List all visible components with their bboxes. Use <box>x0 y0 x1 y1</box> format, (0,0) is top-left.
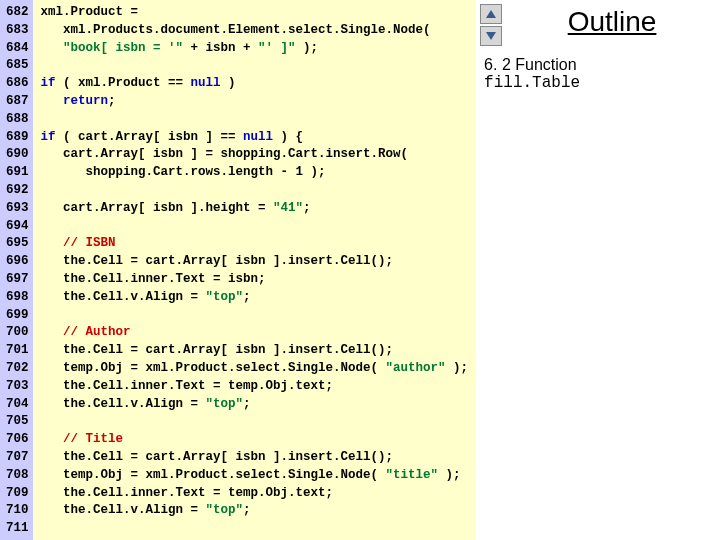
code-line: if ( cart.Array[ isbn ] == null ) { <box>41 129 469 147</box>
line-number: 695 <box>6 235 29 253</box>
code-line: the.Cell = cart.Array[ isbn ].insert.Cel… <box>41 342 469 360</box>
line-number: 710 <box>6 502 29 520</box>
code-line: cart.Array[ isbn ] = shopping.Cart.inser… <box>41 146 469 164</box>
code-token: the.Cell.inner.Text = temp.Obj.text; <box>41 379 334 393</box>
code-line: the.Cell.inner.Text = isbn; <box>41 271 469 289</box>
line-number: 698 <box>6 289 29 307</box>
code-token: "top" <box>206 397 244 411</box>
line-number: 692 <box>6 182 29 200</box>
arrow-up-icon <box>485 9 497 19</box>
line-number: 700 <box>6 324 29 342</box>
line-number: 708 <box>6 467 29 485</box>
code-token: ; <box>243 503 251 517</box>
code-token: ) { <box>273 130 303 144</box>
code-line: // Author <box>41 324 469 342</box>
code-token: "author" <box>386 361 446 375</box>
code-token: ( xml.Product == <box>56 76 191 90</box>
code-token: the.Cell.v.Align = <box>41 397 206 411</box>
code-line: shopping.Cart.rows.length - 1 ); <box>41 164 469 182</box>
code-line: the.Cell = cart.Array[ isbn ].insert.Cel… <box>41 449 469 467</box>
line-number: 704 <box>6 396 29 414</box>
code-token: the.Cell.v.Align = <box>41 503 206 517</box>
code-token: ; <box>243 397 251 411</box>
line-number: 690 <box>6 146 29 164</box>
code-token: cart.Array[ isbn ] = shopping.Cart.inser… <box>41 147 409 161</box>
code-token: temp.Obj = xml.Product.select.Single.Nod… <box>41 361 386 375</box>
code-line <box>41 520 469 538</box>
line-number-gutter: 6826836846856866876886896906916926936946… <box>0 0 33 540</box>
code-token: ); <box>438 468 461 482</box>
line-number: 682 <box>6 4 29 22</box>
code-line: // ISBN <box>41 235 469 253</box>
nav-arrows <box>480 4 502 46</box>
code-line: xml.Product = <box>41 4 469 22</box>
line-number: 701 <box>6 342 29 360</box>
code-line <box>41 218 469 236</box>
code-token: return <box>63 94 108 108</box>
line-number: 709 <box>6 485 29 503</box>
code-token: "book[ isbn = '" <box>63 41 183 55</box>
code-token <box>41 94 64 108</box>
code-token: the.Cell.v.Align = <box>41 290 206 304</box>
svg-marker-0 <box>486 10 496 18</box>
code-line: the.Cell.v.Align = "top"; <box>41 502 469 520</box>
arrow-down-icon <box>485 31 497 41</box>
line-number: 699 <box>6 307 29 325</box>
code-token: "top" <box>206 503 244 517</box>
nav-down-button[interactable] <box>480 26 502 46</box>
nav-up-button[interactable] <box>480 4 502 24</box>
line-number: 687 <box>6 93 29 111</box>
code-content[interactable]: xml.Product = xml.Products.document.Elem… <box>33 0 477 540</box>
line-number: 684 <box>6 40 29 58</box>
code-token: shopping.Cart.rows.length - 1 ); <box>41 165 326 179</box>
code-token: if <box>41 130 56 144</box>
code-token: "title" <box>386 468 439 482</box>
code-token: + isbn + <box>183 41 258 55</box>
line-number: 707 <box>6 449 29 467</box>
line-number: 689 <box>6 129 29 147</box>
line-number: 702 <box>6 360 29 378</box>
code-token: the.Cell.inner.Text = isbn; <box>41 272 266 286</box>
code-token: // Title <box>63 432 123 446</box>
code-token: "top" <box>206 290 244 304</box>
code-token <box>41 325 64 339</box>
line-number: 696 <box>6 253 29 271</box>
code-token: ) <box>221 76 236 90</box>
code-token: temp.Obj = xml.Product.select.Single.Nod… <box>41 468 386 482</box>
line-number: 706 <box>6 431 29 449</box>
code-token <box>41 236 64 250</box>
code-token: if <box>41 76 56 90</box>
line-number: 705 <box>6 413 29 431</box>
code-line: return; <box>41 93 469 111</box>
code-token: the.Cell = cart.Array[ isbn ].insert.Cel… <box>41 254 394 268</box>
code-token: ; <box>303 201 311 215</box>
code-line <box>41 111 469 129</box>
code-token: the.Cell.inner.Text = temp.Obj.text; <box>41 486 334 500</box>
code-token: the.Cell = cart.Array[ isbn ].insert.Cel… <box>41 343 394 357</box>
svg-marker-1 <box>486 32 496 40</box>
code-token: "' ]" <box>258 41 296 55</box>
code-line: "book[ isbn = '" + isbn + "' ]" ); <box>41 40 469 58</box>
code-token <box>41 432 64 446</box>
outline-sidebar: Outline 6. 2 Function fill.Table <box>476 0 720 540</box>
outline-title[interactable]: Outline <box>510 6 714 38</box>
line-number: 711 <box>6 520 29 538</box>
line-number: 697 <box>6 271 29 289</box>
code-token: "41" <box>273 201 303 215</box>
code-line: xml.Products.document.Element.select.Sin… <box>41 22 469 40</box>
outline-section-number: 6. 2 Function <box>484 56 714 74</box>
code-token <box>41 41 64 55</box>
code-line <box>41 307 469 325</box>
code-line: the.Cell.v.Align = "top"; <box>41 396 469 414</box>
code-token: ; <box>243 290 251 304</box>
outline-section[interactable]: 6. 2 Function fill.Table <box>484 56 714 92</box>
code-editor: 6826836846856866876886896906916926936946… <box>0 0 476 540</box>
code-token: ; <box>108 94 116 108</box>
code-line: // Title <box>41 431 469 449</box>
code-token: ); <box>296 41 319 55</box>
line-number: 685 <box>6 57 29 75</box>
code-line <box>41 413 469 431</box>
code-token: the.Cell = cart.Array[ isbn ].insert.Cel… <box>41 450 394 464</box>
code-line: the.Cell = cart.Array[ isbn ].insert.Cel… <box>41 253 469 271</box>
code-token: null <box>191 76 221 90</box>
